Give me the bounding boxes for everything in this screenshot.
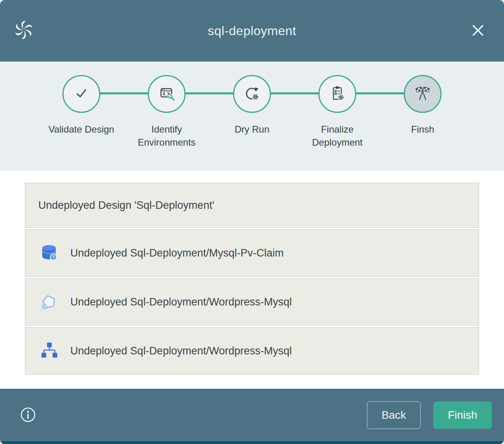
finish-button[interactable]: Finish: [433, 401, 492, 429]
step-label: Finalize Deployment: [303, 123, 372, 149]
deployment-log: Undeployed Design 'Sql-Deployment' ? Und…: [25, 183, 479, 375]
question-badge: ?: [52, 255, 55, 259]
pod-icon: [39, 292, 58, 311]
code-window-wrench-icon: [158, 84, 176, 104]
step-finalize-deployment[interactable]: Finalize Deployment: [295, 75, 380, 149]
step-circle: [148, 75, 186, 113]
modal-title: sql-deployment: [0, 24, 504, 38]
close-icon: [472, 24, 484, 38]
log-row: Undeployed Design 'Sql-Deployment': [25, 183, 479, 228]
close-button[interactable]: [470, 23, 486, 39]
clipboard-gear-icon: [328, 84, 346, 104]
app-logo-icon: [13, 20, 34, 40]
back-button[interactable]: Back: [367, 401, 421, 429]
step-circle: [404, 75, 442, 113]
deployment-wizard-modal: sql-deployment: [0, 0, 504, 444]
step-label: Validate Design: [47, 123, 116, 136]
step-identify-environments[interactable]: Identify Environments: [124, 75, 209, 149]
modal-footer: Back Finish: [0, 389, 504, 444]
step-label: Dry Run: [218, 123, 287, 136]
log-row: Undeployed Sql-Deployment/Wordpress-Mysq…: [25, 327, 479, 375]
modal-header: sql-deployment: [0, 0, 504, 62]
log-row: Undeployed Sql-Deployment/Wordpress-Mysq…: [25, 278, 479, 326]
log-row-text: Undeployed Sql-Deployment/Mysql-Pv-Claim: [70, 247, 284, 259]
sync-gear-icon: [243, 84, 261, 104]
log-row-text: Undeployed Sql-Deployment/Wordpress-Mysq…: [70, 296, 292, 308]
step-circle: [318, 75, 356, 113]
log-row-text: Undeployed Design 'Sql-Deployment': [38, 199, 214, 212]
info-button[interactable]: [19, 406, 37, 424]
wizard-body: Undeployed Design 'Sql-Deployment' ? Und…: [0, 170, 504, 389]
log-row-text: Undeployed Sql-Deployment/Wordpress-Mysq…: [70, 345, 292, 357]
info-icon: [19, 419, 37, 425]
step-finish[interactable]: Finsh: [380, 75, 465, 149]
step-label: Finsh: [388, 123, 457, 136]
step-dry-run[interactable]: Dry Run: [209, 75, 295, 149]
checkered-flags-icon: [414, 84, 432, 104]
hierarchy-icon: [39, 341, 58, 360]
step-label: Identify Environments: [132, 123, 201, 149]
step-circle: [62, 75, 100, 113]
step-validate-design[interactable]: Validate Design: [39, 75, 124, 149]
database-icon: ?: [39, 244, 58, 262]
wizard-stepper: Validate Design: [0, 62, 504, 170]
step-circle: [233, 75, 271, 113]
check-icon: [72, 84, 90, 104]
log-row: ? Undeployed Sql-Deployment/Mysql-Pv-Cla…: [25, 229, 479, 277]
